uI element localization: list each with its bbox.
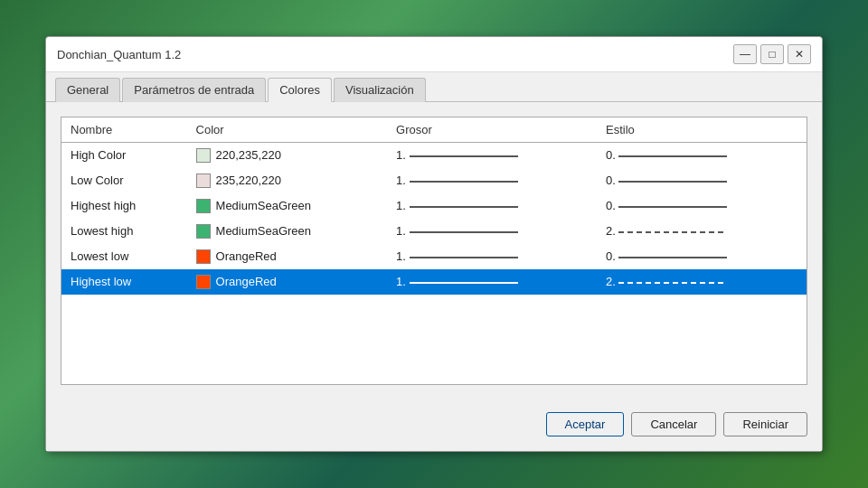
close-button[interactable]: ✕: [788, 44, 811, 64]
cell-color: OrangeRed: [187, 269, 387, 295]
table-row[interactable]: Low Color235,220,2201. 0.: [61, 168, 807, 193]
col-grosor: Grosor: [387, 117, 597, 143]
grosor-value: 1.: [396, 148, 409, 162]
cell-color: OrangeRed: [187, 244, 387, 269]
cell-grosor: 1.: [387, 244, 597, 269]
grosor-value: 1.: [396, 174, 409, 187]
cell-nombre: Low Color: [61, 168, 187, 193]
cell-nombre: High Color: [61, 143, 187, 168]
estilo-value: 2.: [606, 224, 618, 238]
cell-estilo: 2.: [597, 269, 807, 295]
cell-grosor: 1.: [387, 168, 597, 193]
grosor-value: 1.: [396, 224, 409, 238]
maximize-button[interactable]: □: [760, 44, 784, 64]
style-line-icon: [618, 155, 727, 157]
color-label: OrangeRed: [216, 275, 277, 288]
cell-estilo: 0.: [597, 244, 807, 269]
estilo-value: 0.: [606, 249, 618, 263]
cell-estilo: 0.: [597, 143, 807, 168]
grosor-value: 1.: [396, 199, 409, 212]
thickness-line-icon: [410, 257, 518, 258]
table-row[interactable]: Highest lowOrangeRed1. 2.: [61, 269, 807, 295]
minimize-button[interactable]: —: [733, 44, 757, 64]
title-bar: Donchian_Quantum 1.2 — □ ✕: [46, 37, 822, 72]
cell-estilo: 2.: [597, 219, 807, 244]
cell-nombre: Highest low: [61, 269, 187, 295]
thickness-line-icon: [410, 231, 518, 233]
tab-visualizacion[interactable]: Visualización: [334, 78, 426, 102]
color-swatch-icon: [196, 199, 211, 213]
style-line-icon: [618, 206, 727, 208]
color-label: 220,235,220: [216, 148, 281, 162]
thickness-line-icon: [410, 181, 518, 183]
col-nombre: Nombre: [61, 117, 187, 143]
table-header-row: Nombre Color Grosor Estilo: [61, 117, 807, 143]
window-controls: — □ ✕: [733, 44, 811, 64]
thickness-line-icon: [410, 206, 518, 208]
color-label: OrangeRed: [216, 249, 277, 263]
cancel-button[interactable]: Cancelar: [631, 412, 716, 436]
main-window: Donchian_Quantum 1.2 — □ ✕ General Parám…: [45, 36, 823, 452]
cell-grosor: 1.: [387, 269, 597, 295]
table-row[interactable]: Lowest highMediumSeaGreen1. 2.: [61, 219, 807, 244]
thickness-line-icon: [410, 155, 518, 157]
col-color: Color: [187, 117, 387, 143]
color-label: MediumSeaGreen: [216, 224, 312, 238]
cell-nombre: Highest high: [61, 193, 187, 219]
table-row[interactable]: Lowest lowOrangeRed1. 0.: [61, 244, 807, 269]
footer: Aceptar Cancelar Reiniciar: [46, 399, 822, 451]
cell-color: MediumSeaGreen: [187, 193, 387, 219]
color-label: 235,220,220: [216, 174, 281, 187]
reset-button[interactable]: Reiniciar: [723, 412, 807, 436]
cell-grosor: 1.: [387, 143, 597, 168]
window-title: Donchian_Quantum 1.2: [57, 48, 181, 61]
grosor-value: 1.: [396, 249, 409, 263]
cell-estilo: 0.: [597, 193, 807, 219]
cell-grosor: 1.: [387, 193, 597, 219]
estilo-value: 0.: [606, 174, 618, 187]
color-table: Nombre Color Grosor Estilo High Color220…: [61, 117, 807, 295]
estilo-value: 2.: [606, 275, 618, 288]
thickness-line-icon: [410, 282, 518, 284]
estilo-value: 0.: [606, 199, 618, 212]
cell-grosor: 1.: [387, 219, 597, 244]
cell-estilo: 0.: [597, 168, 807, 193]
color-swatch-icon: [196, 249, 211, 264]
grosor-value: 1.: [396, 275, 409, 288]
style-line-icon: [618, 181, 727, 183]
table-row[interactable]: Highest highMediumSeaGreen1. 0.: [61, 193, 807, 219]
tab-parametros[interactable]: Parámetros de entrada: [122, 78, 266, 102]
cell-color: MediumSeaGreen: [187, 219, 387, 244]
style-line-icon: [618, 231, 727, 233]
tab-bar: General Parámetros de entrada Colores Vi…: [46, 72, 822, 102]
color-swatch-icon: [196, 174, 211, 188]
style-line-icon: [618, 257, 727, 258]
tab-colores[interactable]: Colores: [268, 78, 332, 102]
table-row[interactable]: High Color220,235,2201. 0.: [61, 143, 807, 168]
cell-nombre: Lowest low: [61, 244, 187, 269]
cell-color: 235,220,220: [187, 168, 387, 193]
accept-button[interactable]: Aceptar: [546, 412, 625, 436]
cell-color: 220,235,220: [187, 143, 387, 168]
cell-nombre: Lowest high: [61, 219, 187, 244]
col-estilo: Estilo: [597, 117, 807, 143]
color-swatch-icon: [196, 275, 211, 289]
estilo-value: 0.: [606, 148, 618, 162]
color-swatch-icon: [196, 224, 211, 239]
color-table-container: Nombre Color Grosor Estilo High Color220…: [61, 117, 807, 385]
tab-general[interactable]: General: [55, 78, 120, 102]
tab-content: Nombre Color Grosor Estilo High Color220…: [46, 102, 822, 399]
color-swatch-icon: [196, 148, 211, 163]
color-label: MediumSeaGreen: [216, 199, 312, 212]
style-line-icon: [618, 282, 727, 284]
